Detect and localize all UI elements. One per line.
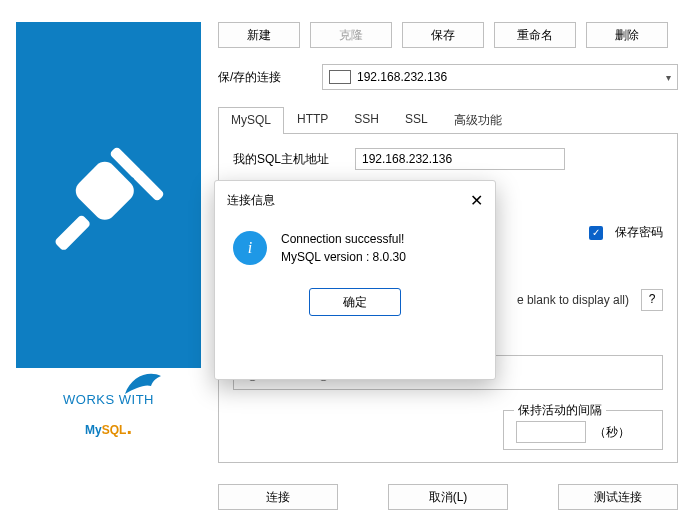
saved-connection-row: 保/存的连接 192.168.232.136 ▾ — [218, 64, 678, 90]
host-label: 我的SQL主机地址 — [233, 151, 343, 168]
clone-button: 克隆 — [310, 22, 392, 48]
plug-icon — [39, 125, 179, 265]
keepalive-group: 保持活动的间隔 （秒） — [503, 410, 663, 450]
saved-connection-label: 保/存的连接 — [218, 69, 308, 86]
tab-ssh[interactable]: SSH — [341, 106, 392, 133]
sidebar-logo: WORKS WITH MySQL. — [16, 22, 201, 464]
keepalive-label: 保持活动的间隔 — [514, 402, 606, 419]
connection-info-dialog: 连接信息 ✕ i Connection successful! MySQL ve… — [214, 180, 496, 380]
saved-connection-value: 192.168.232.136 — [357, 70, 447, 84]
save-button[interactable]: 保存 — [402, 22, 484, 48]
tabstrip: MySQL HTTP SSH SSL 高级功能 — [218, 106, 678, 134]
db-hint: e blank to display all) — [517, 293, 629, 307]
footer-buttons: 连接 取消(L) 测试连接 — [218, 484, 678, 510]
chevron-down-icon: ▾ — [666, 72, 671, 83]
host-input[interactable] — [355, 148, 565, 170]
dialog-title: 连接信息 — [227, 192, 275, 209]
close-icon[interactable]: ✕ — [470, 191, 483, 210]
mysql-logo: WORKS WITH MySQL. — [16, 368, 201, 464]
saved-connection-select[interactable]: 192.168.232.136 ▾ — [322, 64, 678, 90]
info-icon: i — [233, 231, 267, 265]
svg-rect-3 — [131, 168, 165, 202]
keepalive-unit: （秒） — [594, 424, 630, 441]
dolphin-icon — [123, 370, 163, 396]
new-button[interactable]: 新建 — [218, 22, 300, 48]
cancel-button[interactable]: 取消(L) — [388, 484, 508, 510]
plug-illustration — [16, 22, 201, 368]
svg-rect-0 — [53, 214, 91, 252]
ok-button[interactable]: 确定 — [309, 288, 401, 316]
toolbar: 新建 克隆 保存 重命名 删除 — [218, 22, 678, 48]
test-connection-button[interactable]: 测试连接 — [558, 484, 678, 510]
connect-button[interactable]: 连接 — [218, 484, 338, 510]
help-button[interactable]: ? — [641, 289, 663, 311]
rename-button[interactable]: 重命名 — [494, 22, 576, 48]
tab-ssl[interactable]: SSL — [392, 106, 441, 133]
mysql-wordmark: MySQL. — [85, 407, 132, 439]
host-row: 我的SQL主机地址 — [233, 148, 663, 170]
tab-mysql[interactable]: MySQL — [218, 107, 284, 134]
save-password-checkbox[interactable]: ✓ — [589, 226, 603, 240]
tab-http[interactable]: HTTP — [284, 106, 341, 133]
color-swatch — [329, 70, 351, 84]
dialog-message: Connection successful! MySQL version : 8… — [281, 230, 406, 266]
keepalive-input[interactable] — [516, 421, 586, 443]
save-password-label: 保存密码 — [615, 224, 663, 241]
tab-advanced[interactable]: 高级功能 — [441, 106, 515, 133]
delete-button[interactable]: 删除 — [586, 22, 668, 48]
